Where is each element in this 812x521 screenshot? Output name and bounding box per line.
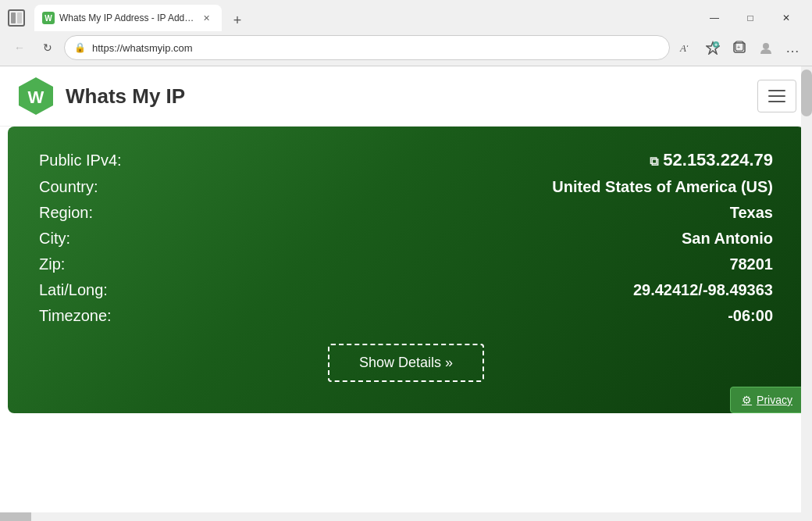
- zip-row: Zip: 78201: [39, 255, 773, 273]
- country-value: United States of America (US): [552, 178, 773, 196]
- profile-button[interactable]: [754, 36, 778, 59]
- page-content: W Whats My IP Public IPv4: ⧉52.153.224.7…: [0, 66, 812, 521]
- ipv4-row: Public IPv4: ⧉52.153.224.79: [39, 150, 773, 170]
- active-tab[interactable]: W Whats My IP Address - IP Addres ✕: [34, 5, 222, 31]
- window-controls: — □ ✕: [696, 5, 804, 30]
- url-bar[interactable]: 🔒 https://whatsmyip.com: [64, 35, 670, 60]
- zip-value: 78201: [729, 255, 773, 273]
- title-bar: W Whats My IP Address - IP Addres ✕ + — …: [0, 0, 812, 31]
- tab-bar: W Whats My IP Address - IP Addres ✕ +: [34, 5, 248, 31]
- new-tab-button[interactable]: +: [226, 9, 248, 31]
- title-bar-left: W Whats My IP Address - IP Addres ✕ +: [8, 5, 248, 31]
- timezone-value: -06:00: [728, 307, 773, 325]
- minimize-button[interactable]: —: [696, 5, 732, 30]
- latilong-label: Lati/Long:: [39, 281, 108, 299]
- vertical-scrollbar[interactable]: [801, 66, 812, 521]
- tab-title: Whats My IP Address - IP Addres: [59, 12, 195, 23]
- country-label: Country:: [39, 178, 98, 196]
- city-label: City:: [39, 230, 70, 248]
- city-value: San Antonio: [682, 230, 773, 248]
- read-aloud-button[interactable]: A ʻ: [675, 36, 698, 59]
- latilong-row: Lati/Long: 29.42412/-98.49363: [39, 281, 773, 299]
- site-title: Whats My IP: [66, 84, 185, 109]
- privacy-label: Privacy: [757, 394, 792, 406]
- svg-text:+: +: [714, 42, 718, 48]
- horizontal-scrollbar[interactable]: [0, 512, 801, 521]
- maximize-button[interactable]: □: [732, 5, 768, 30]
- logo-hexagon: W: [16, 76, 56, 116]
- toolbar-icons: A ʻ + +: [675, 36, 804, 59]
- hamburger-line-2: [768, 95, 785, 97]
- tab-close-button[interactable]: ✕: [200, 12, 212, 24]
- browser-chrome: W Whats My IP Address - IP Addres ✕ + — …: [0, 0, 812, 66]
- svg-text:W: W: [28, 87, 45, 107]
- tab-favicon: W: [42, 12, 55, 24]
- address-bar: ← ↻ 🔒 https://whatsmyip.com A ʻ +: [0, 31, 812, 66]
- city-row: City: San Antonio: [39, 230, 773, 248]
- svg-text:A: A: [679, 42, 686, 54]
- site-navbar: W Whats My IP: [0, 66, 812, 127]
- timezone-row: Timezone: -06:00: [39, 307, 773, 325]
- country-row: Country: United States of America (US): [39, 178, 773, 196]
- lock-icon: 🔒: [74, 42, 86, 53]
- copy-icon[interactable]: ⧉: [650, 155, 658, 168]
- close-button[interactable]: ✕: [768, 5, 804, 30]
- svg-rect-1: [17, 12, 22, 23]
- collections-button[interactable]: +: [728, 36, 751, 59]
- site-logo: W Whats My IP: [16, 76, 185, 116]
- show-details-button[interactable]: Show Details »: [328, 344, 484, 382]
- hamburger-menu-button[interactable]: [757, 80, 796, 112]
- privacy-button[interactable]: ⚙ Privacy: [730, 387, 804, 413]
- back-button[interactable]: ←: [8, 36, 31, 59]
- settings-more-button[interactable]: …: [781, 36, 804, 59]
- region-value: Texas: [730, 204, 773, 222]
- svg-text:+: +: [737, 45, 740, 50]
- refresh-button[interactable]: ↻: [36, 36, 59, 59]
- ip-info-card: Public IPv4: ⧉52.153.224.79 Country: Uni…: [8, 127, 804, 413]
- hamburger-line-1: [768, 90, 785, 91]
- star-button[interactable]: +: [701, 36, 725, 59]
- privacy-gear-icon: ⚙: [742, 394, 752, 406]
- hamburger-line-3: [768, 101, 785, 102]
- svg-point-10: [763, 43, 769, 49]
- sidebar-toggle[interactable]: [8, 9, 25, 27]
- zip-label: Zip:: [39, 255, 65, 273]
- latilong-value: 29.42412/-98.49363: [633, 281, 773, 299]
- ipv4-value: ⧉52.153.224.79: [650, 150, 773, 170]
- svg-text:ʻ: ʻ: [686, 44, 689, 52]
- region-row: Region: Texas: [39, 204, 773, 222]
- ipv4-label: Public IPv4:: [39, 152, 122, 170]
- scrollbar-thumb[interactable]: [801, 70, 812, 116]
- h-scrollbar-thumb[interactable]: [0, 512, 31, 521]
- svg-rect-0: [11, 12, 16, 23]
- url-text: https://whatsmyip.com: [92, 42, 660, 54]
- region-label: Region:: [39, 204, 93, 222]
- timezone-label: Timezone:: [39, 307, 112, 325]
